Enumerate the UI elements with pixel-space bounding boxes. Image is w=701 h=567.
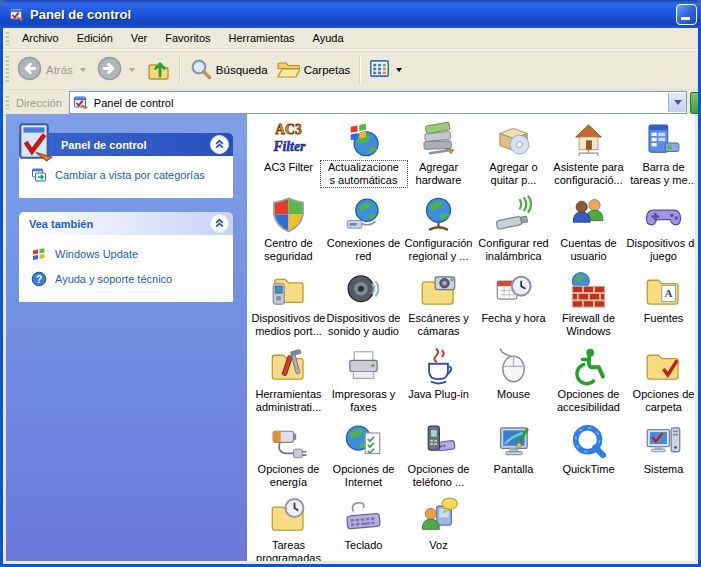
ac3-filter-icon: AC3Filter <box>268 118 309 160</box>
panel-title: Panel de control <box>61 139 147 151</box>
control-panel-item-opciones-de-accesibilidad[interactable]: Opciones de accesibilidad <box>551 345 626 421</box>
forward-button[interactable] <box>93 54 142 85</box>
voice-icon <box>418 496 459 538</box>
control-panel-item-firewall-de-windows[interactable]: Firewall de Windows <box>551 269 626 345</box>
address-bar: Dirección Panel de control <box>3 90 698 116</box>
control-panel-item-opciones-de-energia[interactable]: Opciones de energía <box>251 420 326 496</box>
control-panel-item-actualizacione-s-automaticas[interactable]: Actualizacione s automáticas <box>326 118 401 194</box>
back-dropdown-icon[interactable] <box>80 68 86 72</box>
see-also-panel: Vea también Windows Update?Ayuda y sopor… <box>19 212 233 302</box>
menu-item-herramientas[interactable]: Herramientas <box>220 30 304 46</box>
minimize-icon <box>681 17 690 20</box>
views-dropdown-icon[interactable] <box>396 68 402 72</box>
control-panel-item-ac3-filter[interactable]: AC3FilterAC3 Filter <box>251 118 326 194</box>
address-dropdown-button[interactable] <box>668 93 686 112</box>
control-panel-icon <box>13 120 55 164</box>
views-button[interactable] <box>366 57 409 82</box>
toolbar-separator <box>359 56 361 84</box>
automatic-updates-icon <box>343 118 384 160</box>
control-panel-item-barra-de-tareas-y-me[interactable]: Barra de tareas y me... <box>626 118 695 194</box>
up-button[interactable] <box>142 55 174 85</box>
window-content: Panel de control Cambiar a vista por cat… <box>6 114 695 561</box>
address-combo[interactable]: Panel de control <box>69 91 687 114</box>
control-panel-item-asistente-para-configuracio[interactable]: Asistente para configuració... <box>551 118 626 194</box>
control-panel-item-agregar-o-quitar-p[interactable]: Agregar o quitar p... <box>476 118 551 194</box>
date-time-icon <box>493 269 534 311</box>
menubar-grip-handle[interactable] <box>6 32 9 45</box>
title-bar[interactable]: Panel de control <box>0 0 701 28</box>
menu-item-ayuda[interactable]: Ayuda <box>304 30 353 46</box>
collapse-button[interactable] <box>210 135 229 154</box>
menu-item-edicion[interactable]: Edición <box>68 30 122 46</box>
accessibility-icon <box>568 345 609 387</box>
control-panel-item-agregar-hardware[interactable]: Agregar hardware <box>401 118 476 194</box>
task-link-cambiar-a-vista-por-categorias[interactable]: Cambiar a vista por categorías <box>31 167 227 185</box>
control-panel-item-herramientas-administrati[interactable]: Herramientas administrati... <box>251 345 326 421</box>
control-panel-item-dispositivos-de-sonido-y-audio[interactable]: Dispositivos de sonido y audio <box>326 269 401 345</box>
toolbar-separator <box>179 56 181 84</box>
folders-button[interactable]: Carpetas <box>272 55 355 85</box>
forward-dropdown-icon[interactable] <box>129 68 135 72</box>
go-button[interactable] <box>690 92 698 114</box>
control-panel-item-conexiones-de-red[interactable]: Conexiones de red <box>326 194 401 270</box>
control-panel-item-java-plug-in[interactable]: Java Plug-in <box>401 345 476 421</box>
security-center-icon <box>268 194 309 236</box>
addressbar-grip-handle[interactable] <box>6 96 9 109</box>
control-panel-item-voz[interactable]: Voz <box>401 496 476 561</box>
folder-options-icon <box>643 345 684 387</box>
task-link-windows-update[interactable]: Windows Update <box>31 246 227 264</box>
control-panel-item-sistema[interactable]: Sistema <box>626 420 695 496</box>
java-plugin-icon <box>418 345 459 387</box>
task-link-label: Cambiar a vista por categorías <box>55 167 205 181</box>
internet-options-icon <box>343 420 384 462</box>
panel-header[interactable]: Vea también <box>19 212 233 235</box>
control-panel-item-pantalla[interactable]: Pantalla <box>476 420 551 496</box>
minimize-button[interactable] <box>676 4 697 25</box>
control-panel-item-cuentas-de-usuario[interactable]: Cuentas de usuario <box>551 194 626 270</box>
control-panel-item-fuentes[interactable]: AFuentes <box>626 269 695 345</box>
control-panel-item-impresoras-y-faxes[interactable]: Impresoras y faxes <box>326 345 401 421</box>
back-button[interactable]: Atrás <box>13 54 93 85</box>
scanners-cameras-icon <box>418 269 459 311</box>
control-panel-item-opciones-de-telefono[interactable]: Opciones de teléfono ... <box>401 420 476 496</box>
svg-text:A: A <box>665 287 673 299</box>
control-panel-item-quicktime[interactable]: QuickTime <box>551 420 626 496</box>
item-label: Dispositivos de juego <box>618 237 696 263</box>
control-panel-task-panel: Panel de control Cambiar a vista por cat… <box>19 133 233 198</box>
control-panel-item-configuracion-regional-y[interactable]: Configuración regional y ... <box>401 194 476 270</box>
toolbar-grip-handle[interactable] <box>6 56 9 84</box>
portable-media-icon <box>268 269 309 311</box>
menu-item-favoritos[interactable]: Favoritos <box>156 30 219 46</box>
user-accounts-icon <box>568 194 609 236</box>
menu-bar: ArchivoEdiciónVerFavoritosHerramientasAy… <box>3 28 698 49</box>
control-panel-item-opciones-de-carpeta[interactable]: Opciones de carpeta <box>626 345 695 421</box>
taskbar-start-menu-icon <box>643 118 684 160</box>
collapse-button[interactable] <box>210 214 229 233</box>
views-icon <box>370 59 389 80</box>
item-label: Barra de tareas y me... <box>618 161 696 187</box>
folders-icon <box>276 57 300 83</box>
search-button[interactable]: Búsqueda <box>186 56 272 84</box>
control-panel-item-centro-de-seguridad[interactable]: Centro de seguridad <box>251 194 326 270</box>
control-panel-item-dispositivos-de-juego[interactable]: Dispositivos de juego <box>626 194 695 270</box>
help-support-icon: ? <box>31 271 47 289</box>
wireless-network-icon <box>493 194 534 236</box>
chevron-down-icon <box>674 100 682 105</box>
forward-icon <box>97 56 122 83</box>
control-panel-item-mouse[interactable]: Mouse <box>476 345 551 421</box>
control-panel-item-escaneres-y-camaras[interactable]: Escáneres y cámaras <box>401 269 476 345</box>
control-panel-item-tareas-programadas[interactable]: Tareas programadas <box>251 496 326 561</box>
menu-item-archivo[interactable]: Archivo <box>13 30 68 46</box>
control-panel-item-teclado[interactable]: Teclado <box>326 496 401 561</box>
control-panel-item-opciones-de-internet[interactable]: Opciones de Internet <box>326 420 401 496</box>
sounds-audio-icon <box>343 269 384 311</box>
address-value: Panel de control <box>94 97 174 109</box>
control-panel-item-dispositivos-de-medios-port[interactable]: Dispositivos de medios port... <box>251 269 326 345</box>
address-label: Dirección <box>16 97 62 109</box>
search-label: Búsqueda <box>216 64 268 76</box>
control-panel-item-fecha-y-hora[interactable]: Fecha y hora <box>476 269 551 345</box>
control-panel-item-configurar-red-inalambrica[interactable]: Configurar red inalámbrica <box>476 194 551 270</box>
menu-item-ver[interactable]: Ver <box>122 30 157 46</box>
toolbar: Atrás Búsqueda Carpetas <box>3 49 698 90</box>
task-link-ayuda-y-soporte-tecnico[interactable]: ?Ayuda y soporte técnico <box>31 271 227 289</box>
